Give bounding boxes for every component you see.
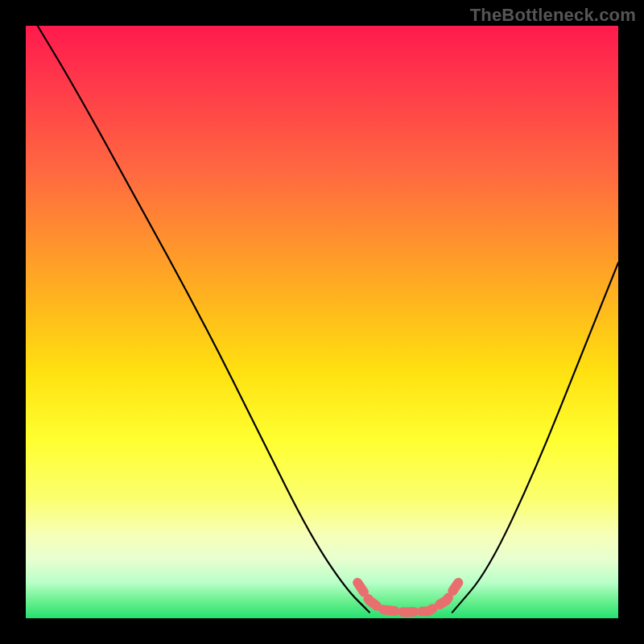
chart-frame: TheBottleneck.com	[0, 0, 644, 644]
optimum-highlight	[357, 583, 458, 613]
watermark-text: TheBottleneck.com	[470, 5, 636, 26]
right-branch	[452, 262, 618, 612]
curve-layer	[26, 26, 618, 618]
plot-area	[26, 26, 618, 618]
left-branch	[38, 26, 369, 613]
